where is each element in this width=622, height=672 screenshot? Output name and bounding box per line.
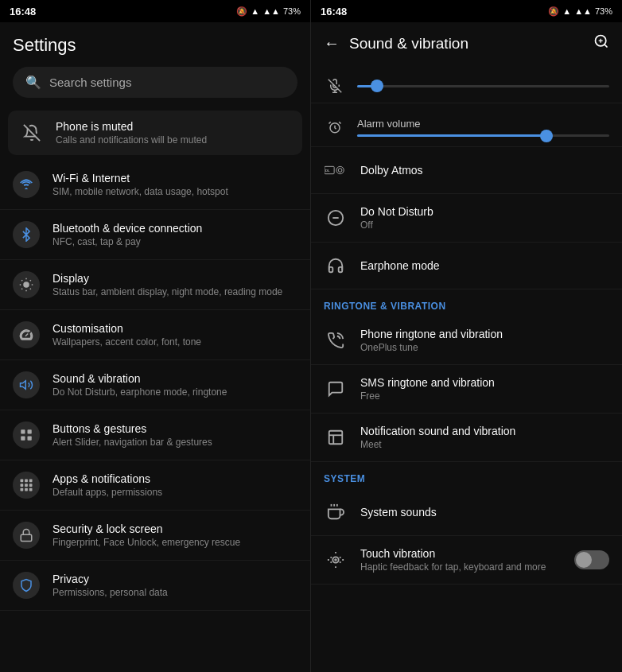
touch-vibration-title: Touch vibration — [360, 547, 546, 560]
sidebar-item-display[interactable]: Display Status bar, ambient display, nig… — [0, 260, 310, 310]
sidebar-item-bluetooth[interactable]: Bluetooth & device connection NFC, cast,… — [0, 210, 310, 260]
sidebar-item-apps[interactable]: Apps & notifications Default apps, permi… — [0, 460, 310, 511]
bluetooth-setting-icon — [13, 221, 40, 248]
touch-vibration-toggle[interactable] — [574, 550, 609, 569]
right-search-button[interactable] — [593, 33, 609, 53]
customisation-text: Customisation Wallpapers, accent color, … — [52, 322, 201, 348]
privacy-sub: Permissions, personal data — [52, 587, 168, 598]
system-sounds-title: System sounds — [360, 506, 437, 519]
ringtone-section-header: RINGTONE & VIBRATION — [311, 289, 622, 317]
svg-rect-5 — [21, 437, 25, 441]
svg-line-0 — [24, 125, 40, 141]
alarm-slider[interactable]: Alarm volume — [357, 118, 609, 137]
phone-ringtone-sub: OnePlus tune — [360, 342, 503, 353]
status-time-left: 16:48 — [10, 6, 36, 17]
bluetooth-text: Bluetooth & device connection NFC, cast,… — [52, 222, 202, 247]
sidebar-item-customisation[interactable]: Customisation Wallpapers, accent color, … — [0, 310, 310, 360]
bluetooth-sub: NFC, cast, tap & pay — [52, 236, 202, 247]
phone-muted-title: Phone is muted — [56, 120, 207, 133]
dnd-title: Do Not Disturb — [360, 205, 433, 218]
alarm-volume-icon — [324, 120, 346, 134]
search-bar[interactable]: 🔍 Search settings — [13, 67, 297, 98]
earphone-item[interactable]: Earphone mode — [311, 243, 622, 289]
notification-sound-item[interactable]: Notification sound and vibration Meet — [311, 414, 622, 462]
svg-rect-14 — [25, 488, 28, 491]
phone-ringtone-item[interactable]: Phone ringtone and vibration OnePlus tun… — [311, 317, 622, 365]
bluetooth-title: Bluetooth & device connection — [52, 222, 202, 235]
sidebar-item-privacy[interactable]: Privacy Permissions, personal data — [0, 561, 310, 611]
dolby-atmos-item[interactable]: DL Dolby Atmos — [311, 147, 622, 194]
dnd-text: Do Not Disturb Off — [360, 205, 433, 231]
wifi-icon: ▲ — [251, 6, 259, 16]
bell-slash-icon — [19, 120, 45, 146]
phone-muted-subtitle: Calls and notifications will be muted — [56, 134, 207, 146]
svg-rect-16 — [21, 534, 32, 541]
dnd-item[interactable]: Do Not Disturb Off — [311, 194, 622, 243]
phone-muted-text: Phone is muted Calls and notifications w… — [56, 120, 207, 146]
touch-vibration-icon — [324, 548, 348, 572]
dnd-sub: Off — [360, 219, 433, 231]
phone-muted-alert[interactable]: Phone is muted Calls and notifications w… — [8, 111, 302, 155]
sidebar-item-security[interactable]: Security & lock screen Fingerprint, Face… — [0, 511, 310, 561]
alarm-slider-thumb[interactable] — [540, 130, 553, 142]
apps-sub: Default apps, permissions — [52, 487, 162, 498]
svg-rect-11 — [25, 484, 28, 487]
svg-point-27 — [336, 166, 344, 173]
svg-rect-9 — [29, 480, 33, 483]
system-sounds-item[interactable]: System sounds — [311, 489, 622, 536]
system-section-header: SYSTEM — [311, 462, 622, 489]
sidebar-item-buttons[interactable]: Buttons & gestures Alert Slider, navigat… — [0, 410, 310, 460]
ring-volume-section — [311, 64, 622, 103]
settings-list: Wi-Fi & Internet SIM, mobile network, da… — [0, 160, 310, 672]
back-button[interactable]: ← — [324, 34, 340, 52]
sidebar-item-wifi[interactable]: Wi-Fi & Internet SIM, mobile network, da… — [0, 160, 310, 210]
system-sounds-icon — [324, 500, 348, 524]
ring-volume-row — [324, 72, 609, 99]
sms-ringtone-text: SMS ringtone and vibration Free — [360, 376, 495, 402]
status-time-right: 16:48 — [321, 6, 347, 17]
touch-vibration-text: Touch vibration Haptic feedback for tap,… — [360, 547, 546, 573]
wifi-sub: SIM, mobile network, data usage, hotspot — [52, 186, 228, 197]
alarm-slider-fill — [357, 134, 546, 137]
mute-icon-r: 🔕 — [548, 6, 559, 17]
toggle-knob — [576, 552, 592, 568]
sms-ringtone-icon — [324, 377, 348, 401]
alarm-volume-row: Alarm volume — [324, 111, 609, 143]
svg-rect-15 — [29, 488, 33, 491]
display-sub: Status bar, ambient display, night mode,… — [52, 286, 282, 297]
status-icons-left: 🔕 ▲ ▲▲ 73% — [236, 6, 301, 17]
sms-ringtone-item[interactable]: SMS ringtone and vibration Free — [311, 365, 622, 414]
status-bar-left: 16:48 🔕 ▲ ▲▲ 73% — [0, 0, 310, 22]
ring-slider-thumb[interactable] — [371, 80, 383, 92]
ring-slider[interactable] — [357, 85, 609, 87]
right-page-title: Sound & vibration — [349, 35, 584, 52]
battery-icon: 73% — [283, 6, 301, 16]
privacy-text: Privacy Permissions, personal data — [52, 573, 168, 598]
svg-rect-3 — [21, 429, 25, 433]
search-icon: 🔍 — [25, 75, 41, 90]
settings-panel-right: 16:48 🔕 ▲ ▲▲ 73% ← Sound & vibration — [311, 0, 622, 672]
display-setting-icon — [13, 271, 40, 298]
wifi-icon-r: ▲ — [562, 6, 571, 16]
svg-point-28 — [338, 169, 342, 173]
apps-title: Apps & notifications — [52, 472, 162, 485]
alarm-slider-track — [357, 134, 609, 137]
apps-setting-icon — [13, 472, 40, 499]
display-text: Display Status bar, ambient display, nig… — [52, 272, 282, 297]
sidebar-item-sound[interactable]: Sound & vibration Do Not Disturb, earpho… — [0, 360, 310, 410]
svg-rect-7 — [21, 480, 24, 483]
alarm-volume-section: Alarm volume — [311, 103, 622, 147]
notification-sound-text: Notification sound and vibration Meet — [360, 425, 515, 450]
svg-rect-6 — [28, 437, 32, 441]
buttons-setting-icon — [13, 421, 40, 449]
settings-panel-left: 16:48 🔕 ▲ ▲▲ 73% Settings 🔍 Search setti… — [0, 0, 311, 672]
mute-icon: 🔕 — [236, 6, 247, 17]
status-icons-right: 🔕 ▲ ▲▲ 73% — [548, 6, 612, 17]
svg-rect-13 — [21, 488, 24, 491]
customisation-title: Customisation — [52, 322, 201, 335]
page-title-left: Settings — [13, 35, 297, 56]
sms-ringtone-title: SMS ringtone and vibration — [360, 376, 495, 389]
wifi-title: Wi-Fi & Internet — [52, 172, 228, 185]
status-bar-right: 16:48 🔕 ▲ ▲▲ 73% — [311, 0, 622, 22]
touch-vibration-item[interactable]: Touch vibration Haptic feedback for tap,… — [311, 536, 622, 585]
